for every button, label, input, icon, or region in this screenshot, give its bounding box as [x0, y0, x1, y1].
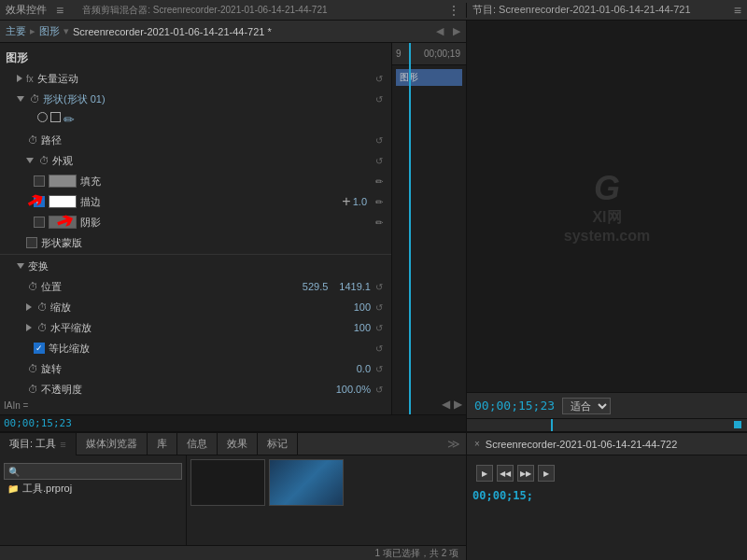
horiz-scale-row[interactable]: ⏱ 水平缩放 100 ↺ [0, 317, 391, 338]
transform-row[interactable]: 变换 [0, 256, 391, 276]
stroke-add-icon[interactable]: + [342, 194, 350, 209]
shape01-stopwatch[interactable]: ⏱ [28, 92, 41, 105]
appearance-triangle [26, 158, 34, 163]
opacity-stopwatch[interactable]: ⏱ [26, 383, 39, 396]
nav-right-icon[interactable]: ▶ [453, 25, 460, 37]
tab-project[interactable]: 项目: 工具 ≡ [0, 433, 77, 455]
breadcrumb-type[interactable]: 图形 [39, 24, 60, 38]
vector-motion-row[interactable]: fx 矢量运动 ↺ [0, 68, 391, 89]
opacity-value[interactable]: 100.0% [334, 384, 373, 395]
appearance-stopwatch[interactable]: ⏱ [37, 154, 50, 167]
step-back-btn[interactable]: ◀◀ [497, 465, 514, 482]
position-reset[interactable]: ↺ [373, 280, 386, 293]
tab-effects[interactable]: 效果 [218, 433, 258, 455]
search-input[interactable] [20, 467, 177, 477]
circle-shape-icon[interactable] [37, 112, 48, 122]
breadcrumb-main[interactable]: 主要 [6, 24, 26, 38]
fill-row[interactable]: 填充 ✏ [0, 171, 391, 191]
path-row[interactable]: ⏱ 路径 ↺ [0, 130, 391, 150]
uniform-scale-checkbox[interactable] [34, 343, 45, 354]
breadcrumb-sep1: ▸ [30, 25, 35, 37]
timeline-nav-next[interactable]: ▶ [454, 398, 462, 411]
top-bar-right: 节目: Screenrecorder-2021-01-06-14-21-44-7… [467, 3, 747, 18]
rotation-reset[interactable]: ↺ [373, 362, 386, 375]
path-stopwatch[interactable]: ⏱ [26, 133, 39, 147]
shape-mask-row[interactable]: 形状蒙版 [0, 232, 391, 253]
stroke-checkbox[interactable] [34, 196, 45, 207]
opacity-row[interactable]: ⏱ 不透明度 100.0% ↺ [0, 379, 391, 399]
preview-timecode[interactable]: 00;00;15;23 [474, 399, 555, 413]
expand-icon[interactable]: ⋮ [447, 3, 460, 18]
scale-row[interactable]: ⏱ 缩放 100 ↺ [0, 297, 391, 317]
tab-media-browser[interactable]: 媒体浏览器 [77, 433, 148, 455]
stroke-color-swatch[interactable] [49, 195, 77, 208]
rotation-row[interactable]: ⏱ 旋转 0.0 ↺ [0, 358, 391, 379]
horiz-scale-value[interactable]: 100 [352, 322, 373, 333]
effect-list: 图形 fx 矢量运动 ↺ ⏱ 形状(形状 01) ↺ [0, 43, 391, 414]
preview-panel: G XI网system.com 00;00;15;23 适合 [467, 21, 747, 431]
sequence-time[interactable]: 00;00;15; [472, 489, 533, 502]
timeline-indicator [409, 43, 411, 414]
stroke-row[interactable]: 描边 + 1.0 ✏ [0, 191, 391, 212]
scale-value[interactable]: 100 [352, 301, 373, 313]
stroke-pencil-icon[interactable]: ✏ [373, 195, 386, 208]
effect-panel-timecode[interactable]: 00;00;15;23 [4, 417, 72, 429]
horiz-scale-triangle [26, 324, 32, 331]
vector-motion-reset[interactable]: ↺ [373, 72, 386, 85]
position-x-value[interactable]: 529.5 [301, 281, 331, 292]
uniform-scale-reset[interactable]: ↺ [373, 342, 386, 355]
nav-left-icon[interactable]: ◀ [436, 25, 444, 37]
thumbnail-1[interactable] [190, 459, 265, 506]
fill-color-swatch[interactable] [49, 175, 77, 188]
thumbnail-2[interactable] [269, 459, 344, 506]
path-reset[interactable]: ↺ [373, 133, 386, 147]
fill-pencil-icon[interactable]: ✏ [373, 175, 386, 188]
position-y-value[interactable]: 1419.1 [337, 281, 373, 292]
scale-stopwatch[interactable]: ⏱ [35, 301, 49, 314]
horiz-scale-reset[interactable]: ↺ [373, 321, 386, 334]
rotation-stopwatch[interactable]: ⏱ [26, 362, 39, 375]
pen-tool-icon[interactable]: ✏ [63, 112, 75, 127]
bottom-tabs-expand[interactable]: ≫ [447, 437, 466, 451]
rotation-value[interactable]: 0.0 [355, 363, 373, 374]
status-text: 1 项已选择，共 2 项 [375, 547, 458, 560]
shadow-color-swatch[interactable] [49, 216, 77, 229]
position-stopwatch[interactable]: ⏱ [26, 280, 39, 293]
tab-project-menu[interactable]: ≡ [60, 439, 65, 450]
play-to-in-btn[interactable]: ▶ [476, 465, 493, 482]
shape-mask-checkbox[interactable] [26, 237, 37, 248]
tab-info[interactable]: 信息 [177, 433, 218, 455]
tab-info-label: 信息 [187, 437, 207, 451]
fit-dropdown[interactable]: 适合 [562, 398, 611, 414]
fill-checkbox[interactable] [34, 175, 45, 187]
tab-library[interactable]: 库 [148, 433, 177, 455]
opacity-reset[interactable]: ↺ [373, 383, 386, 396]
uniform-scale-row[interactable]: 等比缩放 ↺ [0, 338, 391, 358]
shadow-label: 阴影 [80, 216, 373, 230]
appearance-row[interactable]: ⏱ 外观 ↺ [0, 150, 391, 171]
project-file-item[interactable]: 📁 工具.prproj [4, 480, 182, 497]
shadow-row[interactable]: 阴影 ✏ [0, 212, 391, 232]
tab-markers[interactable]: 标记 [258, 433, 298, 455]
rect-shape-icon[interactable] [50, 112, 61, 122]
effect-controls-menu-icon[interactable]: ≡ [56, 3, 63, 18]
timeline-nav-prev[interactable]: ◀ [442, 398, 450, 411]
position-row[interactable]: ⏱ 位置 529.5 1419.1 ↺ [0, 276, 391, 297]
stroke-value[interactable]: 1.0 [351, 196, 369, 207]
shadow-checkbox[interactable] [34, 217, 45, 228]
step-fwd-btn[interactable]: ▶▶ [517, 465, 534, 482]
shadow-pencil-icon[interactable]: ✏ [373, 216, 386, 229]
sequence-close-btn[interactable]: × [474, 439, 480, 449]
program-monitor-title: 节目: Screenrecorder-2021-01-06-14-21-44-7… [472, 3, 691, 17]
shape01-row[interactable]: ⏱ 形状(形状 01) ↺ [0, 89, 391, 109]
scale-reset[interactable]: ↺ [373, 301, 386, 314]
fx-label: fx [26, 74, 34, 84]
step-fwd2-btn[interactable]: ▶ [538, 465, 555, 482]
sequence-timecode-area: 00;00;15; [472, 489, 741, 502]
breadcrumb-sep2: ▾ [63, 25, 69, 37]
appearance-reset[interactable]: ↺ [373, 154, 386, 167]
shape01-reset[interactable]: ↺ [373, 92, 386, 105]
timeline-clip-marker [734, 421, 741, 428]
program-menu-icon[interactable]: ≡ [734, 3, 741, 18]
horiz-scale-stopwatch[interactable]: ⏱ [35, 321, 49, 334]
